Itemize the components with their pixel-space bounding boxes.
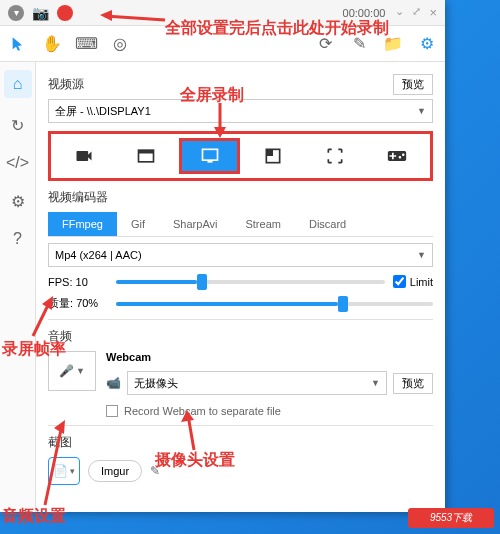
svg-rect-5 (267, 149, 274, 156)
mic-icon: 🎤 (59, 364, 74, 378)
region-source[interactable] (244, 138, 302, 174)
fps-value: 10 (76, 276, 88, 288)
tab-sharpavi[interactable]: SharpAvi (159, 212, 231, 236)
cursor-tool[interactable] (8, 34, 28, 54)
target-tool[interactable]: ◎ (110, 34, 130, 54)
video-source-label: 视频源 (48, 76, 84, 93)
webcam-preview-button[interactable]: 预览 (393, 373, 433, 394)
chevron-down-icon[interactable]: ⌄ (395, 5, 404, 20)
folder-icon[interactable]: 📁 (383, 34, 403, 54)
settings-icon[interactable]: ⚙ (417, 34, 437, 54)
webcam-dropdown[interactable]: 无摄像头 ▼ (127, 371, 387, 395)
keyboard-tool[interactable]: ⌨ (76, 34, 96, 54)
separate-file-checkbox[interactable] (106, 405, 118, 417)
chevron-down-icon: ▼ (417, 250, 426, 260)
camera-source[interactable] (55, 138, 113, 174)
chevron-down-icon: ▼ (76, 366, 85, 376)
record-button[interactable] (57, 5, 73, 21)
webcam-section-label: Webcam (106, 351, 433, 363)
encoder-tabs: FFmpeg Gif SharpAvi Stream Discard (48, 212, 433, 237)
mic-button[interactable]: 🎤 ▼ (48, 351, 96, 391)
svg-rect-1 (138, 150, 153, 153)
encoder-label: 视频编码器 (48, 189, 108, 206)
codec-dropdown[interactable]: Mp4 (x264 | AAC) ▼ (48, 243, 433, 267)
code-icon[interactable]: </> (7, 152, 29, 174)
chevron-down-icon: ▼ (371, 378, 380, 388)
edit-icon[interactable]: ✎ (150, 464, 160, 478)
display-dropdown[interactable]: 全屏 - \\.\DISPLAY1 ▼ (48, 99, 433, 123)
gear-icon[interactable]: ⚙ (7, 190, 29, 212)
svg-rect-2 (202, 149, 217, 160)
tab-gif[interactable]: Gif (117, 212, 159, 236)
titlebar: ▾ 📷 00:00:00 ⌄ ⤢ × (0, 0, 445, 26)
quality-slider[interactable] (116, 302, 433, 306)
chevron-down-icon: ▼ (417, 106, 426, 116)
chevron-down-icon: ▾ (70, 466, 75, 476)
display-value: 全屏 - \\.\DISPLAY1 (55, 104, 151, 119)
document-icon: 📄 (53, 464, 68, 478)
expand-icon[interactable]: ⤢ (412, 5, 421, 20)
game-source[interactable] (368, 138, 426, 174)
camera-icon[interactable]: 📷 (32, 5, 49, 21)
source-mode-group (48, 131, 433, 181)
quality-value: 70% (76, 297, 98, 309)
watermark: 9553下载 (408, 508, 494, 528)
fps-label: FPS: (48, 276, 72, 288)
webcam-value: 无摄像头 (134, 376, 178, 391)
separate-file-label: Record Webcam to separate file (124, 405, 281, 417)
area-source[interactable] (306, 138, 364, 174)
collapse-button[interactable]: ▾ (8, 5, 24, 21)
home-icon[interactable]: ⌂ (4, 70, 32, 98)
fullscreen-source[interactable] (179, 138, 241, 174)
app-window: ▾ 📷 00:00:00 ⌄ ⤢ × ✋ ⌨ ◎ ⟳ ✎ 📁 ⚙ (0, 0, 445, 512)
screenshot-button[interactable]: 📄 ▾ (48, 457, 80, 485)
history-icon[interactable]: ↻ (7, 114, 29, 136)
quality-label: 质量: (48, 297, 73, 309)
screenshot-label: 截图 (48, 434, 72, 451)
tab-discard[interactable]: Discard (295, 212, 360, 236)
hand-tool[interactable]: ✋ (42, 34, 62, 54)
tab-ffmpeg[interactable]: FFmpeg (48, 212, 117, 236)
brush-icon[interactable]: ✎ (349, 34, 369, 54)
window-source[interactable] (117, 138, 175, 174)
main-content: 视频源 预览 全屏 - \\.\DISPLAY1 ▼ 视频编码器 (36, 62, 445, 512)
codec-value: Mp4 (x264 | AAC) (55, 249, 142, 261)
help-icon[interactable]: ? (7, 228, 29, 250)
tab-stream[interactable]: Stream (231, 212, 294, 236)
refresh-icon[interactable]: ⟳ (315, 34, 335, 54)
toolbar: ✋ ⌨ ◎ ⟳ ✎ 📁 ⚙ (0, 26, 445, 62)
timer-display: 00:00:00 (343, 7, 386, 19)
imgur-button[interactable]: Imgur (88, 460, 142, 482)
webcam-icon: 📹 (106, 376, 121, 390)
sidebar: ⌂ ↻ </> ⚙ ? (0, 62, 36, 512)
close-icon[interactable]: × (429, 5, 437, 20)
limit-checkbox[interactable]: Limit (393, 275, 433, 288)
preview-button[interactable]: 预览 (393, 74, 433, 95)
fps-slider[interactable] (116, 280, 385, 284)
audio-label: 音频 (48, 328, 72, 345)
svg-rect-3 (207, 161, 212, 163)
